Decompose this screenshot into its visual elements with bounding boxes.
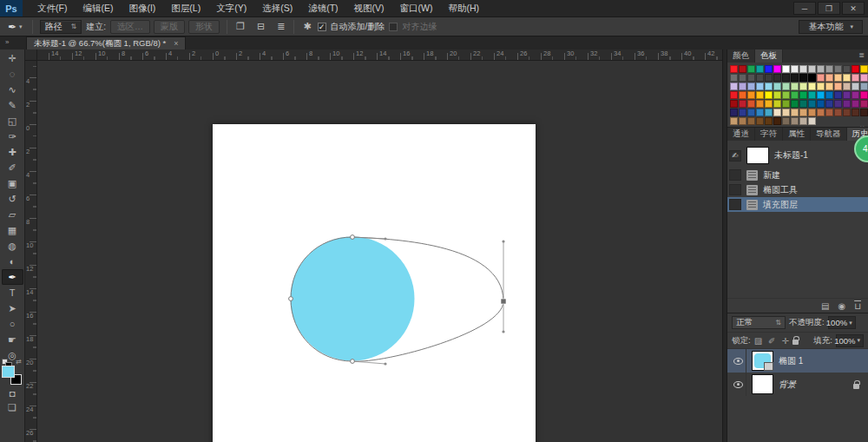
color-swatch[interactable] xyxy=(808,117,816,125)
color-swatch[interactable] xyxy=(765,82,773,90)
layer-row[interactable]: 背景 xyxy=(727,373,868,396)
minimize-button[interactable]: ─ xyxy=(793,2,816,15)
color-swatch[interactable] xyxy=(791,91,799,99)
history-snapshot-row[interactable]: ✍ 未标题-1 xyxy=(727,143,868,168)
color-swatch[interactable] xyxy=(852,91,859,99)
color-swatch[interactable] xyxy=(791,109,799,116)
color-swatch[interactable] xyxy=(817,109,825,116)
resize-gripper[interactable]: ∙∙ xyxy=(860,122,865,129)
color-swatch[interactable] xyxy=(747,100,755,108)
history-source-well[interactable] xyxy=(729,199,741,210)
document-canvas[interactable] xyxy=(213,124,536,442)
color-swatch[interactable] xyxy=(739,65,746,73)
color-swatch[interactable] xyxy=(747,65,755,73)
auto-add-delete-checkbox[interactable]: ✓ xyxy=(318,23,326,31)
color-swatch[interactable] xyxy=(756,74,764,82)
menu-item[interactable]: 滤镜(T) xyxy=(300,0,345,16)
color-swatch[interactable] xyxy=(808,109,816,116)
color-swatch[interactable] xyxy=(756,91,764,99)
make-button[interactable]: 蒙版 xyxy=(154,20,185,34)
panel-menu-icon[interactable]: ≣ xyxy=(855,49,868,63)
color-swatch[interactable] xyxy=(843,82,851,90)
color-swatch[interactable] xyxy=(825,109,833,116)
menu-item[interactable]: 视图(V) xyxy=(346,0,392,16)
color-swatch[interactable] xyxy=(799,65,807,73)
color-swatch[interactable] xyxy=(782,91,790,99)
color-swatch[interactable] xyxy=(773,117,781,125)
color-swatch[interactable] xyxy=(825,82,833,90)
color-swatch[interactable] xyxy=(834,74,842,82)
color-swatch[interactable] xyxy=(791,74,799,82)
color-swatch[interactable] xyxy=(739,100,746,108)
color-swatch[interactable] xyxy=(756,117,764,125)
color-swatch[interactable] xyxy=(765,117,773,125)
menu-item[interactable]: 文件(F) xyxy=(30,0,75,16)
path-operations-icon[interactable]: ❐ xyxy=(234,21,247,32)
color-swatch[interactable] xyxy=(730,65,738,73)
color-swatch[interactable] xyxy=(730,82,738,90)
align-edges-checkbox[interactable] xyxy=(389,23,398,31)
make-button[interactable]: 选区… xyxy=(110,20,150,34)
color-swatch[interactable] xyxy=(843,109,851,116)
move-tool[interactable]: ✛ xyxy=(2,50,23,66)
color-swatch[interactable] xyxy=(773,109,781,116)
color-swatch[interactable] xyxy=(791,117,799,125)
handle-point[interactable] xyxy=(384,362,386,365)
anchor-point[interactable] xyxy=(289,297,293,301)
tool-preset-picker[interactable]: ✒ ▾ xyxy=(5,21,25,33)
selected-anchor-point[interactable] xyxy=(501,299,506,304)
color-swatch[interactable] xyxy=(852,100,859,108)
close-tab-icon[interactable]: × xyxy=(174,39,178,48)
color-swatch[interactable] xyxy=(756,82,764,90)
layer-row[interactable]: 椭圆 1 xyxy=(727,349,868,373)
color-swatch[interactable] xyxy=(782,82,790,90)
color-swatch[interactable] xyxy=(739,117,746,125)
close-button[interactable]: ✕ xyxy=(842,2,865,15)
color-swatch[interactable] xyxy=(730,117,738,125)
color-swatch[interactable] xyxy=(860,65,868,73)
color-swatch[interactable] xyxy=(825,65,833,73)
layer-thumbnail[interactable] xyxy=(752,374,773,394)
workspace-switcher[interactable]: 基本功能 ▾ xyxy=(799,20,863,34)
color-swatch[interactable] xyxy=(782,117,790,125)
blend-mode-dropdown[interactable]: 正常 ⇅ xyxy=(732,316,786,329)
color-swatch[interactable] xyxy=(773,91,781,99)
color-swatch[interactable] xyxy=(773,100,781,108)
color-swatch[interactable] xyxy=(739,109,746,116)
color-swatch[interactable] xyxy=(791,82,799,90)
color-swatch[interactable] xyxy=(817,74,825,82)
color-swatch[interactable] xyxy=(860,100,868,108)
gradient-tool[interactable]: ▦ xyxy=(2,222,23,238)
eyedropper-tool[interactable]: ✑ xyxy=(2,129,23,144)
color-swatch[interactable] xyxy=(825,91,833,99)
menu-item[interactable]: 窗口(W) xyxy=(392,0,441,16)
color-swatch[interactable] xyxy=(860,74,868,82)
color-swatch[interactable] xyxy=(756,100,764,108)
quick-mask-button[interactable]: ◘ xyxy=(10,388,16,399)
make-button[interactable]: 形状 xyxy=(188,20,220,34)
eraser-tool[interactable]: ▱ xyxy=(2,207,23,222)
gear-icon[interactable]: ✱ xyxy=(301,21,312,32)
horizontal-ruler[interactable]: 1614121086420246810121416182022242628303… xyxy=(37,49,722,61)
color-swatch[interactable] xyxy=(765,91,773,99)
tab-字符[interactable]: 字符 xyxy=(755,128,783,141)
color-swatch[interactable] xyxy=(799,82,807,90)
path-alignment-icon[interactable]: ⊟ xyxy=(255,21,266,32)
history-source-well[interactable] xyxy=(729,169,741,181)
color-swatch[interactable] xyxy=(791,65,799,73)
menu-item[interactable]: 帮助(H) xyxy=(441,0,488,16)
color-swatch[interactable] xyxy=(817,65,825,73)
color-swatch[interactable] xyxy=(730,91,738,99)
elliptical-marquee-tool[interactable]: ◌ xyxy=(2,66,23,82)
brush-tool[interactable]: ✐ xyxy=(2,160,23,175)
type-tool[interactable]: T xyxy=(2,285,23,300)
document-tab[interactable]: 未标题-1 @ 66.7%(椭圆 1, RGB/8) * × xyxy=(26,36,186,49)
color-swatch[interactable] xyxy=(843,91,851,99)
color-swatch[interactable] xyxy=(808,100,816,108)
color-swatch[interactable] xyxy=(747,109,755,116)
tab-通道[interactable]: 通道 xyxy=(727,128,755,141)
history-brush-source-icon[interactable]: ✍ xyxy=(729,150,741,162)
color-swatch[interactable] xyxy=(852,74,859,82)
color-swatch[interactable] xyxy=(756,65,764,73)
opacity-input[interactable]: 100% ▾ xyxy=(828,316,856,329)
